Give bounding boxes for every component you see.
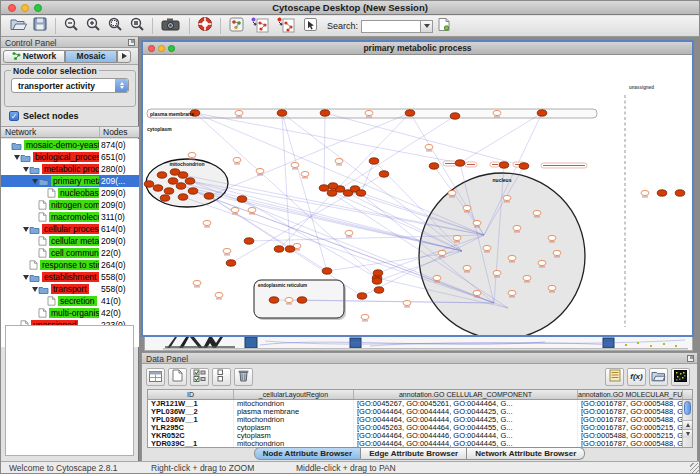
network-node[interactable] <box>455 160 465 166</box>
open-session-button[interactable] <box>8 17 28 35</box>
save-session-button[interactable] <box>30 17 50 35</box>
network-node[interactable] <box>233 157 241 162</box>
network-node[interactable] <box>641 190 649 195</box>
network-node[interactable] <box>301 171 309 176</box>
network-node[interactable] <box>226 260 236 266</box>
network-node[interactable] <box>508 290 516 295</box>
network-node[interactable] <box>176 183 186 189</box>
network-node[interactable] <box>548 285 556 290</box>
network-node[interactable] <box>291 162 299 167</box>
network-node[interactable] <box>548 235 556 240</box>
network-node[interactable] <box>553 250 561 255</box>
tree-row[interactable]: transport558(0) <box>1 283 139 295</box>
unselect-attributes-button[interactable] <box>212 368 231 386</box>
network-node[interactable] <box>657 190 667 196</box>
network-node[interactable] <box>533 210 541 215</box>
table-vertical-scrollbar[interactable] <box>682 400 692 447</box>
network-node[interactable] <box>453 235 461 240</box>
network-node[interactable] <box>425 144 433 149</box>
tree-row[interactable]: response to stimulu264(0) <box>1 259 139 271</box>
network-node[interactable] <box>231 207 239 212</box>
select-attributes-button[interactable] <box>190 368 209 386</box>
network-node[interactable] <box>365 110 373 115</box>
network-node[interactable] <box>405 110 415 116</box>
network-node[interactable] <box>345 230 353 235</box>
tree-row[interactable]: cellular process614(0) <box>1 223 139 235</box>
matrix-button[interactable] <box>671 368 690 386</box>
tree-row[interactable]: biological_process651(0) <box>1 151 139 163</box>
table-mode-button[interactable] <box>146 368 165 386</box>
network-node[interactable] <box>185 178 195 184</box>
network-node[interactable] <box>675 190 685 196</box>
table-row[interactable]: YPL036W__2plasma membrane[GO:0044464, GO… <box>148 408 692 416</box>
tree-expander-icon[interactable] <box>22 167 29 172</box>
network-node[interactable] <box>473 220 481 225</box>
network-node[interactable] <box>429 163 439 169</box>
network-node[interactable] <box>285 246 295 252</box>
network-node[interactable] <box>433 275 441 280</box>
network-node[interactable] <box>320 110 330 116</box>
network-node[interactable] <box>319 185 329 191</box>
network-canvas[interactable]: plasma membranecytoplasmmitochondrionnuc… <box>143 55 692 335</box>
zoom-in-button[interactable] <box>83 17 103 35</box>
network-node[interactable] <box>297 297 307 303</box>
network-node[interactable] <box>448 190 456 195</box>
network-node[interactable] <box>493 270 501 275</box>
network-node[interactable] <box>237 196 247 202</box>
tree-row[interactable]: cellular metabo209(0) <box>1 235 139 247</box>
network-node[interactable] <box>493 110 501 115</box>
tab-network-attribute-browser[interactable]: Network Attribute Browser <box>467 447 585 460</box>
attribute-batch-button[interactable] <box>605 368 624 386</box>
scrollbar-thumb[interactable] <box>684 401 691 415</box>
zoom-out-button[interactable] <box>61 17 81 35</box>
table-column-header[interactable]: ID <box>148 390 234 399</box>
network-node[interactable] <box>153 185 163 191</box>
network-node[interactable] <box>335 158 343 163</box>
network-node[interactable] <box>503 195 511 200</box>
table-row[interactable]: YLR295Ccytoplasm[GO:0045263, GO:0044464,… <box>148 424 692 432</box>
network-node[interactable] <box>519 163 529 169</box>
network-node[interactable] <box>357 293 367 299</box>
network-node[interactable] <box>223 248 231 253</box>
network-node[interactable] <box>168 178 178 184</box>
tree-row[interactable]: nitrogen compo209(0) <box>1 199 139 211</box>
tree-row[interactable]: macromolecule311(0) <box>1 211 139 223</box>
vizmapper-button[interactable] <box>226 17 246 35</box>
layout-button[interactable] <box>248 17 272 35</box>
tree-row[interactable]: primary metabo209(... <box>1 175 139 187</box>
network-view-titlebar[interactable]: primary metabolic process <box>143 42 692 55</box>
table-row[interactable]: YPL036W__1mitochondrion[GO:0044464, GO:0… <box>148 416 692 424</box>
help-button[interactable] <box>195 17 215 35</box>
snapshot-camera-button[interactable] <box>158 17 184 35</box>
network-node[interactable] <box>356 190 366 196</box>
network-node[interactable] <box>473 290 481 295</box>
network-node[interactable] <box>438 250 446 255</box>
tree-expander-icon[interactable] <box>13 155 20 160</box>
network-node[interactable] <box>157 172 167 178</box>
network-node[interactable] <box>193 280 201 285</box>
float-panel-icon[interactable] <box>128 39 135 46</box>
network-node[interactable] <box>538 260 546 265</box>
table-column-header[interactable]: annotation.GO CELLULAR_COMPONENT <box>354 390 578 399</box>
import-attributes-button[interactable] <box>649 368 668 386</box>
tab-network[interactable]: Network <box>3 50 65 63</box>
network-node[interactable] <box>164 188 174 194</box>
network-node[interactable] <box>463 265 471 270</box>
network-node[interactable] <box>328 183 338 189</box>
network-node[interactable] <box>508 255 516 260</box>
network-node[interactable] <box>178 194 188 200</box>
annotation-button[interactable] <box>300 17 320 35</box>
tab-overflow-button[interactable] <box>117 50 131 63</box>
tree-row[interactable]: metabolic process280(0) <box>1 163 139 175</box>
network-node[interactable] <box>327 190 337 196</box>
network-node[interactable] <box>523 275 531 280</box>
network-node[interactable] <box>373 270 383 276</box>
network-node[interactable] <box>361 314 369 319</box>
tree-row[interactable]: mosaic-demo-yeast874(0) <box>1 139 139 151</box>
network-node[interactable] <box>256 168 264 173</box>
tree-row[interactable]: nucleobase-209(0) <box>1 187 139 199</box>
network-node[interactable] <box>285 297 293 302</box>
tree-col-nodes[interactable]: Nodes <box>100 127 139 137</box>
function-builder-button[interactable]: f(x) <box>627 368 646 386</box>
network-node[interactable] <box>537 110 547 116</box>
